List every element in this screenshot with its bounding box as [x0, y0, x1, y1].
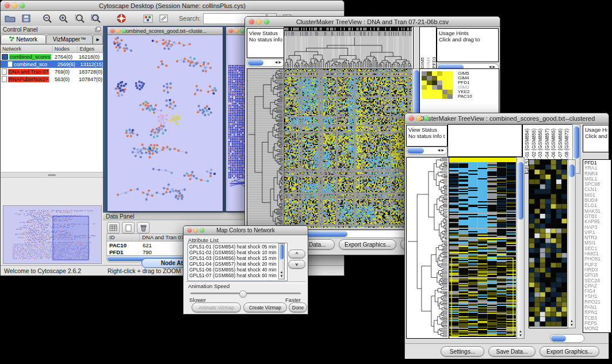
row-dendrogram-panel[interactable]	[247, 68, 285, 229]
treeview2-hscrollbar[interactable]	[550, 334, 584, 343]
attribute-list-item[interactable]: GPL51-07 (GSM868) heat shock 60 min	[189, 273, 286, 278]
column-id[interactable]: ID	[107, 234, 140, 241]
zoom-out-icon[interactable]	[41, 13, 55, 24]
zoom-fit-icon[interactable]	[73, 13, 87, 24]
treeview1-titlebar[interactable]: ClusterMaker TreeView : DNA and Tran 07-…	[245, 17, 500, 27]
zoom-button[interactable]	[122, 29, 126, 33]
heatmap-panel[interactable]	[449, 157, 518, 339]
heatmap-panel[interactable]	[284, 68, 414, 229]
create-vizmap-button[interactable]: Create Vizmap	[243, 302, 287, 312]
zoom-in-icon[interactable]	[57, 13, 71, 24]
zoom-button[interactable]	[200, 228, 204, 232]
scroll-down-icon	[280, 274, 284, 278]
heatmap-canvas[interactable]	[449, 158, 516, 337]
panel-divider-handle[interactable]	[1, 172, 103, 178]
treeview1-title: ClusterMaker TreeView : DNA and Tran 07-…	[296, 18, 449, 25]
move-down-button[interactable]: v	[288, 260, 305, 269]
main-titlebar[interactable]: Cytoscape Desktop (Session Name: collins…	[1, 1, 344, 11]
column-dendrogram-panel[interactable]	[447, 124, 522, 157]
window-controls	[5, 3, 25, 8]
row-dendrogram-canvas[interactable]	[407, 158, 447, 337]
annotation-icon[interactable]	[157, 13, 171, 24]
zoomed-heatmap-panel[interactable]	[529, 159, 569, 328]
birdseye-view[interactable]	[3, 205, 102, 264]
zoomed-heatmap-vscrollbar[interactable]	[568, 159, 576, 328]
minimize-button[interactable]	[257, 19, 262, 24]
column-edges[interactable]: Edges	[78, 46, 103, 52]
attribute-list-item[interactable]: GPL51-01 (GSM854) heat shock 05 min	[189, 244, 286, 250]
row-dendrogram-panel[interactable]	[406, 157, 449, 339]
zoom-button[interactable]	[20, 3, 25, 8]
correlation-matrix-canvas[interactable]	[422, 71, 453, 99]
treeview1-button[interactable]: Export Graphics...	[339, 239, 396, 250]
column-label[interactable]: GIM5	[420, 27, 426, 68]
map-colors-dialog: Map Colors to Network Attribute List GPL…	[183, 225, 308, 315]
float-panel-icon[interactable]	[95, 26, 101, 33]
help-lifesaver-icon[interactable]	[114, 13, 128, 24]
row-dendrogram-canvas[interactable]	[247, 69, 283, 228]
open-file-icon[interactable]	[3, 13, 17, 24]
close-button[interactable]	[5, 3, 10, 8]
scroll-right-icon	[441, 148, 445, 152]
treeview2-button[interactable]: Export Graphics...	[540, 346, 599, 357]
zoomed-heatmap-canvas[interactable]	[529, 160, 567, 327]
minimize-button[interactable]	[235, 29, 239, 33]
zoom-button[interactable]	[240, 29, 244, 33]
network-canvas[interactable]	[108, 35, 221, 211]
vizmap-nodes-icon[interactable]	[141, 13, 155, 24]
tab-vizmapper[interactable]: VizMapper™	[46, 35, 93, 44]
column-nodes[interactable]: Nodes	[53, 46, 78, 52]
column-network[interactable]: Network	[1, 46, 53, 52]
close-button[interactable]	[110, 29, 114, 33]
minimize-button[interactable]	[416, 116, 422, 121]
tab-network[interactable]: Network	[1, 35, 46, 44]
attribute-list-item[interactable]: GPL51-02 (GSM855) heat shock 10 min	[189, 250, 286, 255]
tab-overflow-button[interactable]: ▶	[93, 35, 103, 44]
network-row[interactable]: combined_sco 2569(6) 13112(15)	[1, 60, 103, 68]
column-dendrogram-canvas[interactable]	[284, 27, 412, 68]
search-label: Search:	[179, 15, 201, 22]
new-attribute-icon[interactable]	[122, 222, 135, 233]
attribute-list-item[interactable]: GPL51-03 (GSM856) heat shock 15 min	[189, 255, 286, 261]
gene-label[interactable]: MON2	[584, 326, 610, 331]
row-label[interactable]: PAC10	[458, 94, 472, 99]
network-row[interactable]: combined_scores 2764(0) 16218(0)	[1, 53, 103, 60]
close-button[interactable]	[409, 116, 414, 121]
network-icon	[2, 68, 7, 75]
zoom-selected-icon[interactable]	[89, 13, 103, 24]
delete-attribute-icon[interactable]	[137, 222, 150, 233]
save-icon[interactable]	[19, 13, 33, 24]
zoom-button[interactable]	[424, 116, 429, 121]
attribute-list-item[interactable]: GPL51-04 (GSM857) heat shock 20 min	[189, 261, 286, 267]
heatmap-canvas[interactable]	[284, 69, 412, 228]
close-button[interactable]	[229, 29, 233, 33]
network-row[interactable]: RNAPuberNov2+ 563(0) 107847(0)	[1, 75, 103, 83]
minimize-button[interactable]	[116, 29, 120, 33]
main-window-title: Cytoscape Desktop (Session Name: collins…	[99, 2, 246, 9]
slider-thumb[interactable]	[239, 290, 247, 298]
scroll-up-icon	[570, 319, 573, 323]
network-view-1-titlebar[interactable]: combined_scores_good.txt--cluste...	[108, 27, 223, 35]
view-status-scrollbar[interactable]	[406, 147, 447, 155]
close-button[interactable]	[249, 19, 254, 24]
minimize-button[interactable]	[194, 228, 198, 232]
column-dendrogram-panel[interactable]	[284, 26, 414, 70]
heatmap-vscrollbar[interactable]	[517, 157, 525, 339]
dialog-titlebar[interactable]: Map Colors to Network	[183, 226, 308, 235]
close-button[interactable]	[188, 228, 192, 232]
column-label[interactable]: PFD1	[431, 27, 437, 68]
minimize-button[interactable]	[12, 3, 17, 8]
zoom-button[interactable]	[264, 19, 269, 24]
treeview2-button[interactable]: Save Data...	[488, 346, 536, 357]
attribute-list-scrollbar[interactable]	[278, 243, 285, 279]
attribute-select-icon[interactable]	[107, 222, 120, 233]
network-row[interactable]: DNA and Tran 07 769(0) 183728(0)	[1, 68, 103, 75]
birdseye-canvas[interactable]	[3, 206, 100, 262]
move-up-button[interactable]: ^	[288, 250, 305, 258]
attribute-list-item[interactable]: GPL51-06 (GSM865) heat shock 40 min	[189, 267, 286, 273]
treeview2-titlebar[interactable]: ClusterMaker TreeView : combined_scores_…	[405, 113, 609, 124]
treeview2-button[interactable]: Settings...	[441, 346, 484, 357]
view-status-scrollbar[interactable]	[247, 59, 285, 67]
column-label[interactable]: GIM4	[426, 27, 431, 68]
done-button[interactable]: Done	[289, 302, 307, 312]
